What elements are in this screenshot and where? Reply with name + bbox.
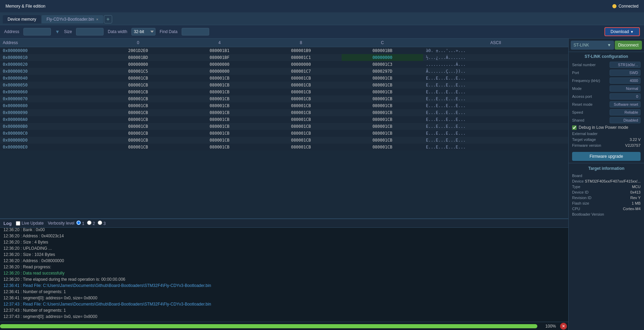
cell-hex: 080001CB [342,109,423,116]
verbosity-1-label[interactable]: 1 [76,220,84,226]
verbosity-2-label[interactable]: 2 [87,220,95,226]
target-field-label: CPU [572,207,580,211]
cell-hex: 080001CB [342,123,423,130]
log-line: 12:36:20 : Data read successfully [3,270,565,276]
tab-bar: Device memory Fly-CDYv3-Bootloader.bin ×… [0,12,644,25]
target-voltage-row: Target voltage 3.22 V [572,137,641,142]
tab-close-icon[interactable]: × [96,17,98,21]
cell-address: 0x00000020 [0,61,97,68]
cell-address: 0x00000050 [0,82,97,89]
center-column: Address 0 4 8 C ASCII 0x000000002001D2E0… [0,39,568,330]
log-line: 12:36:20 : Address : 0x08000000 [3,258,565,264]
log-line: 12:37:43 : Read File: C:\Users\James\Doc… [3,301,565,307]
debug-low-power-checkbox[interactable] [572,125,577,130]
find-data-input[interactable]: 0x [182,28,209,35]
table-row: 0x000000E0080001CB080001CB080001CB080001… [0,144,568,151]
stlink-button[interactable]: ST-LINK ▼ [571,41,614,50]
table-row: 0x000000002001D2E0080001B1080001B9080001… [0,47,568,54]
cell-hex: 080001CB [97,144,179,151]
size-input[interactable]: 0x8000 [76,28,104,35]
config-field-row: Frequency (kHz) 4000 [572,78,641,84]
target-field-row: Board [572,174,641,178]
cell-hex: 080001CB [179,82,260,89]
stlink-dropdown-icon: ▼ [607,43,611,48]
config-field-row: Shared Disabled [572,117,641,123]
log-line: 12:37:43 : segment[0]: address= 0x0, siz… [3,313,565,320]
verbosity-3-radio[interactable] [98,220,102,225]
log-section: Log Live Update Verbosity level 1 2 3 12… [0,218,568,322]
cell-ascii: E...E...E...E... [423,130,568,137]
live-update-checkbox[interactable] [16,221,20,226]
data-width-select[interactable]: 32-bit 16-bit 8-bit [131,28,155,35]
cell-address: 0x00000000 [0,47,97,54]
target-field-label: Board [572,174,582,178]
config-field-label: Port [572,71,579,75]
cell-hex: 080001CB [179,89,260,95]
memory-table-container[interactable]: Address 0 4 8 C ASCII 0x000000002001D2E0… [0,39,568,218]
cell-hex: 080001CB [179,130,260,137]
cell-hex: 080001CB [179,116,260,123]
cell-hex: 080001CB [97,123,179,130]
tab-device-memory[interactable]: Device memory [3,15,41,23]
progress-cancel-button[interactable]: ✕ [560,323,567,330]
verbosity-3-label[interactable]: 3 [98,220,106,226]
log-header: Log Live Update Verbosity level 1 2 3 [0,219,568,228]
col-address: Address [0,39,97,47]
cell-hex: 080001CB [342,75,423,82]
table-header-row: Address 0 4 8 C ASCII [0,39,568,47]
main-layout: Address 0 4 8 C ASCII 0x000000002001D2E0… [0,39,644,330]
verbosity-2-radio[interactable] [87,220,92,225]
download-button[interactable]: Download ▼ [604,27,640,36]
log-line: 12:36:20 : Size : 4 Bytes [3,239,565,245]
table-row: 0x000000C0080001CB080001CB080001CB080001… [0,130,568,137]
firmware-upgrade-button[interactable]: Firmware upgrade [572,152,641,161]
col-8: 8 [260,39,342,47]
progress-text: 100% [545,324,556,329]
config-field-label: Shared [572,118,584,122]
verbosity-1-radio[interactable] [76,220,81,225]
cell-ascii: E...E...E...E... [423,109,568,116]
table-row: 0x000000B0080001CB080001CB080001CB080001… [0,123,568,130]
target-fields: Board Device STM32F405xx/F407xx/F415xx/.… [572,174,641,216]
cell-hex: 080001CB [179,123,260,130]
tab-fly-cdy[interactable]: Fly-CDYv3-Bootloader.bin × [42,15,103,23]
firmware-version-value: V2J37S7 [625,143,641,147]
table-row: 0x00000090080001CB080001CB080001CB080001… [0,109,568,116]
config-field-row: Speed Reliable [572,109,641,115]
target-field-value: MCU [632,185,641,189]
cell-hex: 00000000 [179,61,260,68]
cell-hex: 080001CB [179,109,260,116]
disconnect-button[interactable]: Disconnect [615,41,642,50]
cell-hex: 080001CB [260,95,342,102]
log-line: 12:36:20 : Bank : 0x00 [3,228,565,233]
address-label: Address [4,29,19,34]
config-field-row: Access port 0 [572,93,641,100]
table-row: 0x00000050080001CB080001CB080001CB080001… [0,82,568,89]
target-field-value: Cortex-M4 [623,207,641,211]
config-field-label: Serial number [572,63,595,67]
cell-hex: 080001CB [260,137,342,144]
target-field-value: Rev Y [630,196,641,200]
cell-address: 0x000000E0 [0,144,97,151]
find-data-label: Find Data [160,29,178,34]
cell-hex: 080001CB [97,102,179,109]
add-tab-button[interactable]: + [104,15,112,23]
cell-address: 0x00000090 [0,109,97,116]
cell-hex: 080001CB [97,137,179,144]
cell-hex: 080001CB [97,89,179,95]
target-field-row: Device STM32F405xx/F407xx/F415xx/... [572,179,641,183]
col-4: 4 [179,39,260,47]
address-input[interactable]: 0x0 [23,28,51,35]
cell-ascii: ½...¿...Á....... [423,54,568,61]
target-field-label: Revision ID [572,196,591,200]
log-line: 12:36:41 : Number of segments: 1 [3,289,565,295]
log-title: Log [3,221,12,226]
cell-address: 0x000000D0 [0,137,97,144]
cell-hex: 080001C3 [342,61,423,68]
config-field-label: Frequency (kHz) [572,79,600,83]
firmware-version-label: Firmware version [572,143,601,147]
col-ascii: ASCII [423,39,568,47]
cell-hex: 080001CB [97,82,179,89]
target-field-row: Revision ID Rev Y [572,196,641,200]
log-content[interactable]: 12:36:20 : Reset mode : Software reset12… [0,228,568,322]
